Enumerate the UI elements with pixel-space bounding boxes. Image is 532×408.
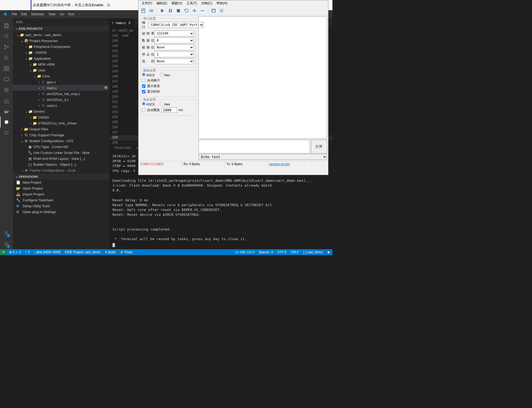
- tree-drivers[interactable]: ⌄📁Drivers: [13, 108, 109, 114]
- activity-debug[interactable]: [0, 52, 13, 63]
- tb-play-icon[interactable]: [159, 7, 166, 14]
- tab-main-c[interactable]: C main.c ✕: [109, 18, 134, 28]
- tb-add-icon[interactable]: [191, 7, 198, 14]
- menu-run[interactable]: Run: [66, 11, 76, 17]
- status-log-link[interactable]: session.txt.log: [268, 161, 312, 167]
- status-spaces[interactable]: Spaces: 4: [257, 249, 275, 255]
- tb-refresh-icon[interactable]: [183, 7, 190, 14]
- tb-new-icon[interactable]: [140, 7, 147, 14]
- activity-explorer[interactable]: [0, 20, 13, 31]
- serial-output-area[interactable]: [198, 16, 327, 139]
- tb-remove-icon[interactable]: [199, 7, 206, 14]
- tree-builder[interactable]: ⌄⚙Builder Configurations : AC5: [13, 138, 109, 144]
- section-operations[interactable]: ⌄OPERATIONS: [13, 174, 109, 179]
- tb-pause-icon[interactable]: [167, 7, 174, 14]
- tb-stop-icon[interactable]: [175, 7, 182, 14]
- status-project[interactable]: EIDE Project: uart_demo: [63, 249, 103, 255]
- check-show-tx[interactable]: [142, 84, 145, 88]
- tree-file-halmsp[interactable]: ›Cstm32f1xx_hal_msp.c: [13, 91, 109, 97]
- tree-mdkarm[interactable]: ›📁MDK-ARM: [13, 61, 109, 67]
- select-data[interactable]: 8: [154, 37, 194, 43]
- op-setup-utility[interactable]: ⚙Setup Utility Tools: [13, 203, 109, 209]
- input-auto-send-interval[interactable]: [162, 107, 177, 113]
- tb-record-icon[interactable]: [148, 7, 155, 14]
- radio-rx-ascii[interactable]: ASCII: [142, 73, 155, 77]
- status-lang[interactable]: { } uart_demo: [301, 249, 325, 255]
- select-stop[interactable]: 1: [154, 51, 194, 57]
- menu-edit[interactable]: Edit: [19, 11, 29, 17]
- serial-menu-help[interactable]: 帮助(H): [214, 1, 230, 6]
- activity-settings[interactable]: 1: [0, 239, 13, 249]
- tree-resources[interactable]: ⌄📦Project Resources: [13, 38, 109, 44]
- tree-file-main[interactable]: ›Cmain.c: [13, 85, 109, 91]
- serial-menu-file[interactable]: 文件(F): [140, 1, 154, 6]
- tree-drv-hal[interactable]: ›📁STM32F1xx_HAL_Driver: [13, 120, 109, 126]
- menu-selection[interactable]: Selection: [29, 11, 46, 17]
- status-feedback-icon[interactable]: ☻: [325, 249, 332, 255]
- tree-core[interactable]: ⌄📁Core: [13, 73, 109, 79]
- activity-eide[interactable]: [0, 117, 13, 127]
- menu-view[interactable]: View: [46, 11, 58, 17]
- op-new-project[interactable]: 📄New Project: [13, 179, 109, 185]
- activity-misc3[interactable]: [0, 127, 13, 138]
- activity-extensions[interactable]: [0, 63, 13, 74]
- tree-application[interactable]: ⌄📁Application: [13, 55, 109, 61]
- op-configure-toolchain[interactable]: 🔧Configure Toolchain: [13, 197, 109, 203]
- status-ports[interactable]: ᛘ 0: [23, 249, 32, 255]
- serial-menu-control[interactable]: 控制(C): [199, 1, 215, 6]
- tree-user[interactable]: ⌄📁User: [13, 67, 109, 73]
- tree-file-gpio[interactable]: ›Cgpio.c: [13, 79, 109, 85]
- status-errors[interactable]: ⊗ 0 ⚠ 0: [7, 249, 23, 255]
- tb-settings-icon[interactable]: [218, 7, 225, 14]
- op-import-project[interactable]: 📥Import Project: [13, 191, 109, 197]
- section-projects[interactable]: ⌄EIDE PROJECTS: [13, 26, 109, 31]
- check-wrap[interactable]: [142, 79, 145, 82]
- tree-flasher[interactable]: ⌄⚡Flasher Configurations : JLink: [13, 167, 109, 173]
- status-line-col[interactable]: Ln 158, Col 3: [233, 249, 256, 255]
- select-flow[interactable]: None: [154, 58, 194, 64]
- menu-go[interactable]: Go: [58, 11, 66, 17]
- tree-file-it[interactable]: ›Cstm32f1xx_it.c: [13, 97, 109, 103]
- op-open-project[interactable]: 📂Open Project: [13, 185, 109, 191]
- op-plugin-settings[interactable]: ⚙Open plug-in Settings: [13, 209, 109, 215]
- menu-more[interactable]: ···: [76, 11, 83, 17]
- tb-window-icon[interactable]: [210, 7, 217, 14]
- activity-misc1[interactable]: [0, 85, 13, 95]
- status-eol[interactable]: CRLF: [289, 249, 301, 255]
- tree-bopts[interactable]: { }Builder Options : Object {...}: [13, 161, 109, 167]
- status-flash[interactable]: ⚡ Flash: [118, 249, 135, 255]
- radio-tx-hex[interactable]: Hex: [160, 102, 170, 106]
- status-encoding[interactable]: UTF-8: [275, 249, 289, 255]
- serial-input-area[interactable]: [198, 140, 310, 153]
- status-remote[interactable]: ✕: [0, 249, 7, 255]
- activity-account[interactable]: 2: [0, 228, 13, 239]
- tab-close-icon[interactable]: ✕: [128, 21, 131, 25]
- tree-project[interactable]: ⌄📁uart_demo : uart_demo: [13, 32, 109, 38]
- check-auto-send[interactable]: [142, 108, 145, 112]
- tree-ram[interactable]: ▤RAM And ROM Layout : View {...}: [13, 156, 109, 161]
- open-button[interactable]: 打开: [311, 140, 327, 153]
- tree-chip[interactable]: ›🔌Chip Support Package: [13, 132, 109, 138]
- activity-search[interactable]: [0, 31, 13, 42]
- status-jlink[interactable]: ♪ jlink (MDK-ARM): [32, 249, 63, 255]
- activity-docker[interactable]: [0, 106, 13, 117]
- activity-remote[interactable]: [0, 74, 13, 85]
- serial-menu-view[interactable]: 视图(V): [169, 1, 184, 6]
- tree-output[interactable]: ›📂Output Files: [13, 126, 109, 132]
- serial-menu-tools[interactable]: 工具(T): [184, 1, 199, 6]
- panel-tab-problems[interactable]: PROBLEMS: [112, 145, 134, 150]
- tree-peripheral[interactable]: ›📁Peripheral Components: [13, 44, 109, 50]
- tree-file-usart[interactable]: ›Cusart.c: [13, 103, 109, 108]
- tree-linker[interactable]: 🔧Use Custom Linker Script File : false: [13, 150, 109, 156]
- tree-drv-cmsis[interactable]: ›📁CMSIS: [13, 114, 109, 120]
- radio-tx-ascii[interactable]: ASCII: [142, 102, 155, 106]
- menu-file[interactable]: File: [10, 11, 19, 17]
- select-port[interactable]: COM4(JLink CDC UART Port): [148, 22, 204, 28]
- activity-scm[interactable]: [0, 42, 13, 52]
- radio-rx-hex[interactable]: Hex: [160, 73, 170, 77]
- tree-cmsis[interactable]: ›📁::CMSIS: [13, 50, 109, 55]
- select-parity[interactable]: None: [154, 44, 194, 50]
- tree-cpu[interactable]: ▣CPU Type : Cortex-M3: [13, 144, 109, 150]
- serial-menu-edit[interactable]: 编辑(E): [154, 1, 169, 6]
- send-history-combo[interactable]: Echo test: [198, 154, 327, 160]
